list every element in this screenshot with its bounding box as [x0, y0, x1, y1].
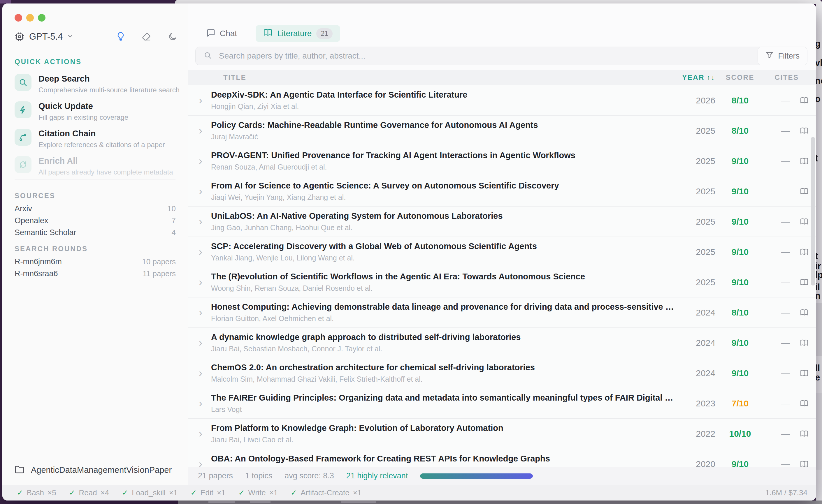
source-item[interactable]: Semantic Scholar 4: [2, 227, 188, 239]
check-icon: ✓: [291, 488, 297, 497]
quick-action-item[interactable]: Citation Chain Explore references & cita…: [2, 125, 188, 152]
source-item[interactable]: Openalex 7: [2, 215, 188, 227]
paper-row[interactable]: › Honest Computing: Achieving demonstrab…: [188, 297, 816, 328]
paper-row[interactable]: › The FAIREr Guiding Principles: Organiz…: [188, 388, 816, 419]
expand-chevron-icon[interactable]: ›: [199, 459, 202, 467]
column-cites[interactable]: CITES: [775, 73, 799, 82]
expand-chevron-icon[interactable]: ›: [199, 429, 202, 439]
open-paper-book-icon[interactable]: [800, 279, 809, 286]
expand-chevron-icon[interactable]: ›: [199, 95, 202, 106]
open-paper-book-icon[interactable]: [800, 248, 809, 256]
expand-chevron-icon[interactable]: ›: [199, 338, 202, 348]
tab-literature[interactable]: Literature 21: [256, 25, 340, 42]
background-text-fragment: lp: [816, 270, 822, 280]
cites-empty-value: —: [781, 338, 790, 348]
paper-cites-cell: —: [765, 217, 809, 227]
expand-chevron-icon[interactable]: ›: [199, 307, 202, 318]
paper-row[interactable]: › DeepXiv-SDK: An Agentic Data Interface…: [188, 85, 816, 116]
search-round-item[interactable]: R-mn6jnm6m 10 papers: [2, 256, 188, 268]
paper-cites-cell: —: [765, 96, 809, 105]
paper-row[interactable]: › ChemOS 2.0: An orchestration architect…: [188, 358, 816, 388]
paper-cites-cell: —: [765, 459, 809, 467]
open-paper-book-icon[interactable]: [800, 218, 809, 225]
eraser-icon[interactable]: [142, 32, 151, 42]
lightbulb-icon[interactable]: [116, 32, 125, 42]
expand-chevron-icon[interactable]: ›: [199, 156, 202, 166]
tab-chat[interactable]: Chat: [207, 28, 237, 39]
paper-row[interactable]: › The (R)evolution of Scientific Workflo…: [188, 267, 816, 297]
paper-table: › DeepXiv-SDK: An Agentic Data Interface…: [188, 85, 816, 467]
table-scrollbar[interactable]: [811, 137, 815, 286]
open-paper-book-icon[interactable]: [800, 188, 809, 195]
paper-row[interactable]: › SCP: Accelerating Discovery with a Glo…: [188, 237, 816, 267]
expand-chevron-icon[interactable]: ›: [199, 126, 202, 136]
tool-usage-bar: ✓ Bash ×5 ✓ Read ×4 ✓ Load_skill ×1 ✓ Ed…: [2, 485, 816, 501]
quick-action-item[interactable]: Quick Update Fill gaps in existing cover…: [2, 97, 188, 125]
paper-title: The FAIREr Guiding Principles: Organizin…: [211, 393, 675, 403]
round-name: R-mn6sraa6: [15, 269, 58, 278]
search-input[interactable]: Search papers by title, author, abstract…: [195, 47, 764, 65]
tool-usage-item: ✓ Write ×1: [239, 488, 278, 497]
open-paper-book-icon[interactable]: [800, 339, 809, 347]
chat-bubble-icon: [207, 28, 215, 39]
expand-chevron-icon[interactable]: ›: [199, 277, 202, 288]
project-selector[interactable]: AgenticDataManagementVisionPaper: [2, 455, 188, 485]
model-name: GPT-5.4: [29, 31, 63, 42]
paper-row[interactable]: › From Platform to Knowledge Graph: Evol…: [188, 419, 816, 449]
open-paper-book-icon[interactable]: [800, 460, 809, 467]
background-text-fragment: e: [816, 372, 822, 383]
open-paper-book-icon[interactable]: [800, 127, 809, 135]
paper-score: 9/10: [732, 156, 749, 166]
cites-empty-value: —: [781, 247, 790, 257]
column-year-sort[interactable]: YEAR↑↓: [682, 73, 715, 82]
search-round-item[interactable]: R-mn6sraa6 11 papers: [2, 268, 188, 280]
paper-row[interactable]: › From AI for Science to Agentic Science…: [188, 176, 816, 207]
cites-empty-value: —: [781, 368, 790, 378]
paper-year: 2023: [696, 399, 715, 408]
open-paper-book-icon[interactable]: [800, 369, 809, 377]
paper-title: Honest Computing: Achieving demonstrable…: [211, 302, 675, 312]
paper-year: 2024: [696, 338, 715, 348]
paper-authors: Juraj Mavračić: [211, 133, 675, 141]
paper-row[interactable]: › PROV-AGENT: Unified Provenance for Tra…: [188, 146, 816, 176]
expand-chevron-icon[interactable]: ›: [199, 216, 202, 227]
source-item[interactable]: Arxiv 10: [2, 203, 188, 215]
check-icon: ✓: [69, 488, 75, 497]
zoom-window-button[interactable]: [38, 14, 45, 22]
app-window: GPT-5.4: [2, 3, 816, 501]
paper-row[interactable]: › UniLabOS: An AI-Native Operating Syste…: [188, 207, 816, 237]
filters-button[interactable]: Filters: [758, 47, 808, 65]
expand-chevron-icon[interactable]: ›: [199, 186, 202, 197]
paper-authors: Lars Vogt: [211, 405, 675, 414]
model-selector[interactable]: GPT-5.4: [15, 31, 73, 42]
paper-score: 9/10: [732, 338, 749, 348]
tool-count: ×1: [269, 488, 278, 497]
background-text-fragment: ll: [816, 363, 822, 373]
minimize-window-button[interactable]: [26, 14, 34, 22]
expand-chevron-icon[interactable]: ›: [199, 247, 202, 257]
open-paper-book-icon[interactable]: [800, 400, 809, 407]
paper-row[interactable]: › Policy Cards: Machine-Readable Runtime…: [188, 116, 816, 146]
paper-year: 2025: [696, 247, 715, 257]
expand-chevron-icon[interactable]: ›: [199, 398, 202, 409]
moon-icon[interactable]: [168, 32, 177, 41]
open-paper-book-icon[interactable]: [800, 157, 809, 165]
quick-action-item[interactable]: Enrich All All papers already have compl…: [2, 152, 188, 179]
paper-title: Policy Cards: Machine-Readable Runtime G…: [211, 120, 675, 130]
open-paper-book-icon[interactable]: [800, 430, 809, 438]
paper-title: From Platform to Knowledge Graph: Evolut…: [211, 423, 675, 433]
citation-branch-icon: [19, 133, 27, 142]
background-text-fragment: g: [816, 38, 822, 49]
open-paper-book-icon[interactable]: [800, 309, 809, 316]
column-score[interactable]: SCORE: [726, 73, 754, 82]
paper-row[interactable]: › A dynamic knowledge graph approach to …: [188, 328, 816, 358]
source-name: Arxiv: [15, 204, 32, 213]
paper-row[interactable]: › OBA: An Ontology-Based Framework for C…: [188, 449, 816, 467]
close-window-button[interactable]: [15, 14, 22, 22]
open-paper-book-icon[interactable]: [800, 97, 809, 104]
quick-action-item[interactable]: Deep Search Comprehensive multi-source l…: [2, 70, 188, 97]
tool-count: ×1: [353, 488, 362, 497]
expand-chevron-icon[interactable]: ›: [199, 368, 202, 378]
paper-title: UniLabOS: An AI-Native Operating System …: [211, 211, 675, 221]
paper-cites-cell: —: [765, 399, 809, 408]
